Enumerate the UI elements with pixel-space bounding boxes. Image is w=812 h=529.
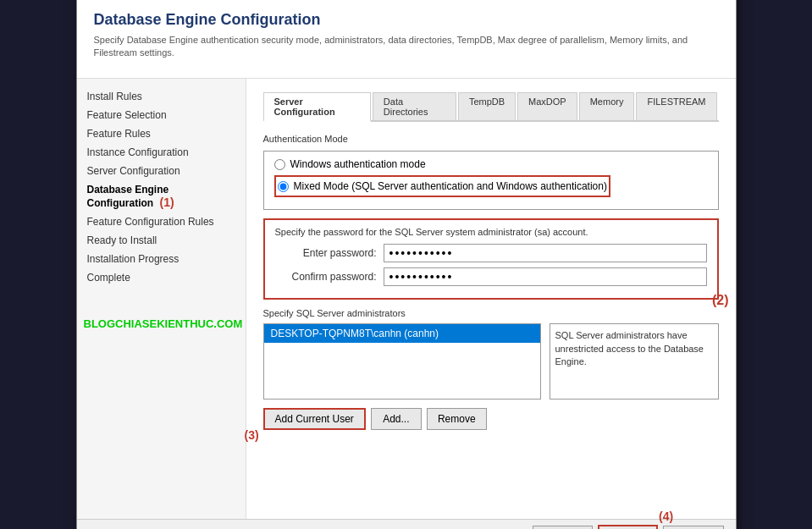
auth-mode-box: Windows authentication mode Mixed Mode (… xyxy=(263,151,719,210)
back-button[interactable]: < Back xyxy=(533,526,593,529)
windows-auth-label: Windows authentication mode xyxy=(290,158,426,170)
add-button[interactable]: Add... xyxy=(371,408,422,430)
page-title: Database Engine Configuration xyxy=(94,11,719,29)
next-button[interactable]: Next > xyxy=(598,525,658,529)
admin-list: DESKTOP-TQPNM8T\canhn (canhn) xyxy=(263,323,541,400)
confirm-password-label: Confirm password: xyxy=(275,271,377,283)
windows-auth-row: Windows authentication mode xyxy=(274,158,708,170)
main-panel: Server Configuration Data Directories Te… xyxy=(246,79,736,519)
admin-area: DESKTOP-TQPNM8T\canhn (canhn) SQL Server… xyxy=(263,323,719,400)
admin-section-title: Specify SQL Server administrators xyxy=(263,308,719,318)
sidebar-item-ready-to-install[interactable]: Ready to Install xyxy=(77,231,246,250)
sidebar-item-feature-selection[interactable]: Feature Selection xyxy=(77,106,246,124)
cancel-button[interactable]: Cancel xyxy=(663,526,723,529)
content-area: Install Rules Feature Selection Feature … xyxy=(77,79,736,519)
tab-memory[interactable]: Memory xyxy=(579,92,635,120)
mixed-mode-row: Mixed Mode (SQL Server authentication an… xyxy=(274,175,708,197)
main-window: S SQL Server 2019 Setup — □ ✕ Database E… xyxy=(76,0,737,529)
auth-mode-label: Authentication Mode xyxy=(263,134,719,144)
mixed-mode-label: Mixed Mode (SQL Server authentication an… xyxy=(294,180,607,192)
page-subtitle: Specify Database Engine authentication s… xyxy=(94,34,719,60)
sidebar-item-install-progress[interactable]: Installation Progress xyxy=(77,250,246,268)
header-area: Database Engine Configuration Specify Da… xyxy=(77,0,736,79)
tab-tempdb[interactable]: TempDB xyxy=(458,92,516,120)
enter-password-label: Enter password: xyxy=(275,247,377,259)
watermark-text: BLOGCHIASEKIENTHUC.COM xyxy=(84,317,243,330)
footer-bar: < Back Next > (4) Cancel xyxy=(77,519,736,529)
mixed-mode-radio[interactable] xyxy=(278,181,289,192)
sidebar-item-feature-config-rules[interactable]: Feature Configuration Rules xyxy=(77,212,246,231)
sidebar-item-instance-config[interactable]: Instance Configuration xyxy=(77,143,246,162)
annotation-1: (1) xyxy=(160,196,174,209)
enter-password-input[interactable] xyxy=(384,244,707,262)
sidebar-item-label: Database Engine Configuration xyxy=(87,184,169,209)
mixed-mode-highlight-box: Mixed Mode (SQL Server authentication an… xyxy=(274,175,610,197)
auth-section-title-text: Authentication Mode xyxy=(263,134,348,144)
enter-password-row: Enter password: xyxy=(275,244,707,262)
tab-server-configuration[interactable]: Server Configuration xyxy=(263,92,371,122)
admin-buttons-row: Add Current User (3) Add... Remove xyxy=(263,408,719,430)
sidebar-item-server-config[interactable]: Server Configuration xyxy=(77,162,246,180)
sidebar: Install Rules Feature Selection Feature … xyxy=(77,79,246,519)
annotation-3: (3) xyxy=(245,428,259,442)
add-current-user-button[interactable]: Add Current User xyxy=(263,408,366,430)
sidebar-item-complete[interactable]: Complete xyxy=(77,268,246,287)
tab-filestream[interactable]: FILESTREAM xyxy=(636,92,716,120)
password-hint: Specify the password for the SQL Server … xyxy=(275,227,707,237)
password-container: Specify the password for the SQL Server … xyxy=(263,218,719,300)
annotation-2: (2) xyxy=(712,293,729,308)
windows-auth-radio[interactable] xyxy=(274,159,285,170)
confirm-password-input[interactable] xyxy=(384,267,707,286)
tab-maxdop[interactable]: MaxDOP xyxy=(517,92,577,120)
password-section: Specify the password for the SQL Server … xyxy=(263,218,719,300)
tab-bar: Server Configuration Data Directories Te… xyxy=(263,92,719,122)
next-btn-container: Next > (4) xyxy=(598,525,658,529)
admin-description: SQL Server administrators have unrestric… xyxy=(550,323,719,400)
tab-data-directories[interactable]: Data Directories xyxy=(373,92,456,120)
sidebar-item-feature-rules[interactable]: Feature Rules xyxy=(77,124,246,143)
remove-button[interactable]: Remove xyxy=(427,408,487,430)
sidebar-item-install-rules[interactable]: Install Rules xyxy=(77,87,246,106)
admin-list-item[interactable]: DESKTOP-TQPNM8T\canhn (canhn) xyxy=(264,324,540,343)
annotation-4: (4) xyxy=(659,510,673,523)
sidebar-item-db-engine-config[interactable]: Database Engine Configuration (1) xyxy=(77,180,246,212)
confirm-password-row: Confirm password: xyxy=(275,267,707,286)
